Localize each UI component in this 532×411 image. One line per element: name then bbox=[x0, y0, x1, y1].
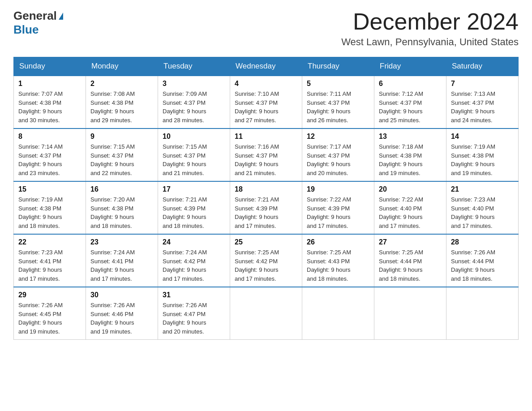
week-row-1: 1Sunrise: 7:07 AMSunset: 4:38 PMDaylight… bbox=[14, 76, 519, 128]
calendar-cell: 2Sunrise: 7:08 AMSunset: 4:38 PMDaylight… bbox=[86, 76, 158, 128]
week-row-2: 8Sunrise: 7:14 AMSunset: 4:37 PMDaylight… bbox=[14, 128, 519, 181]
calendar-cell: 11Sunrise: 7:16 AMSunset: 4:37 PMDayligh… bbox=[230, 128, 302, 181]
day-info: Sunrise: 7:21 AMSunset: 4:39 PMDaylight:… bbox=[235, 195, 297, 230]
day-number: 8 bbox=[18, 133, 81, 141]
day-number: 29 bbox=[18, 291, 81, 299]
header-thursday: Thursday bbox=[302, 57, 374, 76]
day-number: 7 bbox=[451, 80, 514, 88]
calendar-cell: 10Sunrise: 7:15 AMSunset: 4:37 PMDayligh… bbox=[158, 128, 230, 181]
day-info: Sunrise: 7:23 AMSunset: 4:40 PMDaylight:… bbox=[451, 195, 514, 230]
calendar-cell bbox=[230, 287, 302, 340]
day-number: 20 bbox=[379, 185, 442, 193]
header-wednesday: Wednesday bbox=[230, 57, 302, 76]
day-number: 21 bbox=[451, 185, 514, 193]
calendar-cell: 1Sunrise: 7:07 AMSunset: 4:38 PMDaylight… bbox=[14, 76, 86, 128]
day-info: Sunrise: 7:26 AMSunset: 4:45 PMDaylight:… bbox=[18, 301, 81, 336]
day-number: 11 bbox=[235, 133, 297, 141]
day-info: Sunrise: 7:10 AMSunset: 4:37 PMDaylight:… bbox=[235, 90, 297, 124]
day-number: 24 bbox=[163, 238, 225, 246]
day-info: Sunrise: 7:08 AMSunset: 4:38 PMDaylight:… bbox=[90, 90, 153, 124]
calendar-cell: 3Sunrise: 7:09 AMSunset: 4:37 PMDaylight… bbox=[158, 76, 230, 128]
day-info: Sunrise: 7:11 AMSunset: 4:37 PMDaylight:… bbox=[307, 90, 369, 124]
calendar-cell bbox=[302, 287, 374, 340]
day-info: Sunrise: 7:19 AMSunset: 4:38 PMDaylight:… bbox=[18, 195, 81, 230]
day-number: 15 bbox=[18, 185, 81, 193]
calendar-cell: 24Sunrise: 7:24 AMSunset: 4:42 PMDayligh… bbox=[158, 234, 230, 287]
calendar-header-row: SundayMondayTuesdayWednesdayThursdayFrid… bbox=[14, 57, 519, 76]
day-number: 10 bbox=[163, 133, 225, 141]
calendar-cell: 12Sunrise: 7:17 AMSunset: 4:37 PMDayligh… bbox=[302, 128, 374, 181]
calendar-table: SundayMondayTuesdayWednesdayThursdayFrid… bbox=[13, 57, 519, 340]
calendar-cell: 30Sunrise: 7:26 AMSunset: 4:46 PMDayligh… bbox=[86, 287, 158, 340]
calendar-cell: 13Sunrise: 7:18 AMSunset: 4:38 PMDayligh… bbox=[374, 128, 446, 181]
calendar-cell bbox=[374, 287, 446, 340]
day-number: 28 bbox=[451, 238, 514, 246]
week-row-4: 22Sunrise: 7:23 AMSunset: 4:41 PMDayligh… bbox=[14, 234, 519, 287]
day-info: Sunrise: 7:26 AMSunset: 4:46 PMDaylight:… bbox=[90, 301, 153, 336]
day-number: 17 bbox=[163, 185, 225, 193]
calendar-cell: 16Sunrise: 7:20 AMSunset: 4:38 PMDayligh… bbox=[86, 181, 158, 234]
header-tuesday: Tuesday bbox=[158, 57, 230, 76]
day-number: 31 bbox=[163, 291, 225, 299]
calendar-cell bbox=[446, 287, 519, 340]
day-info: Sunrise: 7:09 AMSunset: 4:37 PMDaylight:… bbox=[163, 90, 225, 124]
logo: General Blue bbox=[13, 9, 63, 37]
calendar-cell: 7Sunrise: 7:13 AMSunset: 4:37 PMDaylight… bbox=[446, 76, 519, 128]
day-number: 4 bbox=[235, 80, 297, 88]
day-number: 5 bbox=[307, 80, 369, 88]
day-info: Sunrise: 7:14 AMSunset: 4:37 PMDaylight:… bbox=[18, 142, 81, 177]
day-info: Sunrise: 7:22 AMSunset: 4:40 PMDaylight:… bbox=[379, 195, 442, 230]
day-number: 27 bbox=[379, 238, 442, 246]
day-number: 9 bbox=[90, 133, 153, 141]
calendar-cell: 17Sunrise: 7:21 AMSunset: 4:39 PMDayligh… bbox=[158, 181, 230, 234]
day-info: Sunrise: 7:20 AMSunset: 4:38 PMDaylight:… bbox=[90, 195, 153, 230]
day-number: 14 bbox=[451, 133, 514, 141]
day-number: 6 bbox=[379, 80, 442, 88]
day-info: Sunrise: 7:15 AMSunset: 4:37 PMDaylight:… bbox=[163, 142, 225, 177]
day-number: 13 bbox=[379, 133, 442, 141]
day-info: Sunrise: 7:25 AMSunset: 4:44 PMDaylight:… bbox=[379, 248, 442, 283]
title-area: December 2024 West Lawn, Pennsylvania, U… bbox=[341, 9, 519, 48]
calendar-cell: 26Sunrise: 7:25 AMSunset: 4:43 PMDayligh… bbox=[302, 234, 374, 287]
day-info: Sunrise: 7:17 AMSunset: 4:37 PMDaylight:… bbox=[307, 142, 369, 177]
location-title: West Lawn, Pennsylvania, United States bbox=[341, 36, 519, 48]
day-number: 22 bbox=[18, 238, 81, 246]
day-info: Sunrise: 7:26 AMSunset: 4:47 PMDaylight:… bbox=[163, 301, 225, 336]
day-info: Sunrise: 7:18 AMSunset: 4:38 PMDaylight:… bbox=[379, 142, 442, 177]
calendar-cell: 22Sunrise: 7:23 AMSunset: 4:41 PMDayligh… bbox=[14, 234, 86, 287]
day-info: Sunrise: 7:24 AMSunset: 4:41 PMDaylight:… bbox=[90, 248, 153, 283]
day-info: Sunrise: 7:13 AMSunset: 4:37 PMDaylight:… bbox=[451, 90, 514, 124]
logo-blue-text: Blue bbox=[13, 23, 39, 37]
calendar-cell: 21Sunrise: 7:23 AMSunset: 4:40 PMDayligh… bbox=[446, 181, 519, 234]
day-info: Sunrise: 7:25 AMSunset: 4:43 PMDaylight:… bbox=[307, 248, 369, 283]
calendar-cell: 9Sunrise: 7:15 AMSunset: 4:37 PMDaylight… bbox=[86, 128, 158, 181]
calendar-cell: 5Sunrise: 7:11 AMSunset: 4:37 PMDaylight… bbox=[302, 76, 374, 128]
day-number: 30 bbox=[90, 291, 153, 299]
header-saturday: Saturday bbox=[446, 57, 519, 76]
logo-triangle-icon bbox=[59, 13, 63, 20]
calendar-cell: 23Sunrise: 7:24 AMSunset: 4:41 PMDayligh… bbox=[86, 234, 158, 287]
calendar-cell: 20Sunrise: 7:22 AMSunset: 4:40 PMDayligh… bbox=[374, 181, 446, 234]
header-sunday: Sunday bbox=[14, 57, 86, 76]
logo-general-text: General bbox=[13, 9, 57, 23]
calendar-cell: 19Sunrise: 7:22 AMSunset: 4:39 PMDayligh… bbox=[302, 181, 374, 234]
day-number: 26 bbox=[307, 238, 369, 246]
day-info: Sunrise: 7:26 AMSunset: 4:44 PMDaylight:… bbox=[451, 248, 514, 283]
day-info: Sunrise: 7:21 AMSunset: 4:39 PMDaylight:… bbox=[163, 195, 225, 230]
calendar-cell: 25Sunrise: 7:25 AMSunset: 4:42 PMDayligh… bbox=[230, 234, 302, 287]
calendar-cell: 29Sunrise: 7:26 AMSunset: 4:45 PMDayligh… bbox=[14, 287, 86, 340]
header-monday: Monday bbox=[86, 57, 158, 76]
calendar-cell: 4Sunrise: 7:10 AMSunset: 4:37 PMDaylight… bbox=[230, 76, 302, 128]
day-info: Sunrise: 7:25 AMSunset: 4:42 PMDaylight:… bbox=[235, 248, 297, 283]
day-number: 12 bbox=[307, 133, 369, 141]
calendar-cell: 6Sunrise: 7:12 AMSunset: 4:37 PMDaylight… bbox=[374, 76, 446, 128]
day-info: Sunrise: 7:07 AMSunset: 4:38 PMDaylight:… bbox=[18, 90, 81, 124]
month-title: December 2024 bbox=[341, 9, 519, 34]
day-number: 19 bbox=[307, 185, 369, 193]
day-info: Sunrise: 7:22 AMSunset: 4:39 PMDaylight:… bbox=[307, 195, 369, 230]
day-number: 2 bbox=[90, 80, 153, 88]
calendar-cell: 31Sunrise: 7:26 AMSunset: 4:47 PMDayligh… bbox=[158, 287, 230, 340]
header-friday: Friday bbox=[374, 57, 446, 76]
day-info: Sunrise: 7:15 AMSunset: 4:37 PMDaylight:… bbox=[90, 142, 153, 177]
calendar-cell: 14Sunrise: 7:19 AMSunset: 4:38 PMDayligh… bbox=[446, 128, 519, 181]
